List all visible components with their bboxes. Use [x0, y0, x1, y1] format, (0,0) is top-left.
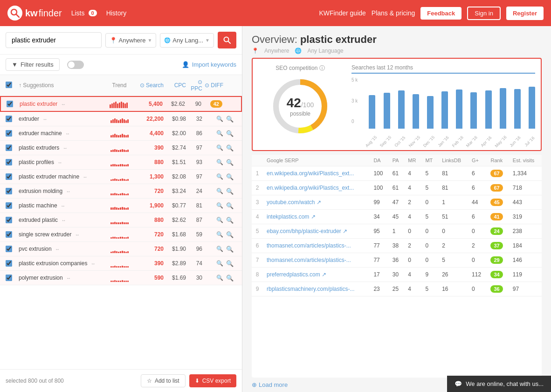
search-icon-small[interactable]: 🔍 — [216, 173, 223, 180]
search-kw-icon[interactable]: 🔍 — [226, 260, 234, 267]
search-icon-small[interactable]: 🔍 — [216, 202, 223, 209]
search-input[interactable] — [6, 32, 102, 48]
search-icon-small[interactable]: 🔍 — [216, 246, 223, 252]
keyword-row[interactable]: plastic machine ↔ 1,900 $0.77 81 🔍 🔍 — [0, 199, 242, 213]
search-kw-icon[interactable]: 🔍 — [226, 246, 234, 253]
search-kw-icon[interactable]: 🔍 — [226, 173, 234, 180]
serp-url-cell[interactable]: youtube.com/watch ↗ — [263, 195, 370, 210]
keyword-row[interactable]: plastic extruder machine ↔ 1,300 $2.08 9… — [0, 170, 242, 184]
keyword-row[interactable]: extrusion molding ↔ 720 $3.24 24 🔍 🔍 — [0, 184, 242, 199]
feedback-button[interactable]: Feedback — [420, 7, 461, 20]
serp-link[interactable]: en.wikipedia.org/wiki/Plastics_ext... — [267, 170, 354, 177]
serp-url-cell[interactable]: en.wikipedia.org/wiki/Plastics_ext... — [263, 181, 370, 195]
nav-history[interactable]: History — [106, 9, 127, 17]
search-kw-icon[interactable]: 🔍 — [226, 217, 234, 224]
action-cell[interactable]: 🔍 — [223, 159, 236, 166]
search-icon-small[interactable]: 🔍 — [216, 275, 223, 281]
serp-url-cell[interactable]: thomasnet.com/articles/plastics-... — [263, 239, 370, 253]
serp-url-cell[interactable]: en.wikipedia.org/wiki/Plastics_ext... — [263, 166, 370, 181]
keyword-checkbox[interactable] — [6, 231, 12, 238]
keyword-checkbox[interactable] — [6, 275, 12, 281]
action-cell[interactable]: 🔍 — [223, 231, 236, 238]
serp-link[interactable]: intekplastics.com ↗ — [267, 213, 316, 220]
nav-lists[interactable]: Lists 0 — [71, 9, 97, 17]
language-select[interactable]: 🌐 Any Lang... ▼ — [160, 33, 214, 48]
keyword-row[interactable]: pvc extrusion ↔ 720 $1.90 96 🔍 🔍 — [0, 242, 242, 256]
keyword-link[interactable]: plastic extruder — [20, 101, 57, 107]
search-kw-icon[interactable]: 🔍 — [226, 159, 234, 166]
keyword-checkbox[interactable] — [6, 159, 12, 165]
nav-plans[interactable]: Plans & pricing — [372, 9, 415, 17]
serp-link[interactable]: rbplasticsmachinery.com/plastics-... — [267, 286, 355, 292]
keyword-checkbox[interactable] — [6, 217, 12, 223]
select-all-checkbox[interactable] — [6, 82, 12, 88]
serp-link[interactable]: preferredplastics.com ↗ — [267, 271, 326, 278]
keyword-row[interactable]: polymer extrusion ↔ 590 $1.69 30 🔍 🔍 — [0, 271, 242, 285]
keyword-checkbox[interactable] — [6, 188, 12, 194]
search-kw-icon[interactable]: 🔍 — [226, 231, 234, 238]
keyword-row[interactable]: extruded plastic ↔ 880 $2.62 87 🔍 🔍 — [0, 213, 242, 227]
keyword-row[interactable]: plastic profiles ↔ 880 $1.51 93 🔍 🔍 — [0, 155, 242, 170]
serp-link[interactable]: thomasnet.com/articles/plastics-... — [267, 242, 351, 249]
search-icon-small[interactable]: 🔍 — [216, 260, 223, 267]
action-cell[interactable]: 🔍 — [223, 202, 236, 209]
action-cell[interactable]: 🔍 — [223, 188, 236, 195]
col-search-header[interactable]: ⊙ Search — [136, 82, 164, 89]
serp-link[interactable]: youtube.com/watch ↗ — [267, 199, 321, 206]
search-kw-icon[interactable]: 🔍 — [226, 202, 234, 209]
keyword-checkbox[interactable] — [6, 260, 12, 267]
serp-url-cell[interactable]: preferredplastics.com ↗ — [263, 268, 370, 282]
keyword-checkbox[interactable] — [6, 116, 12, 122]
action-cell[interactable]: 🔍 — [223, 275, 236, 282]
action-cell[interactable]: 🔍 — [223, 173, 236, 180]
keyword-row[interactable]: plastic extruder ↔ 5,400 $2.62 90 42 — [0, 96, 242, 112]
serp-link[interactable]: ebay.com/bhp/plastic-extruder ↗ — [267, 228, 347, 234]
keyword-checkbox[interactable] — [7, 101, 13, 107]
search-icon-small[interactable]: 🔍 — [216, 116, 223, 122]
location-select[interactable]: 📍 Anywhere ▼ — [105, 33, 157, 48]
filter-results-button[interactable]: ▼ Filter results — [6, 58, 60, 71]
search-icon-small[interactable]: 🔍 — [216, 144, 223, 151]
action-cell[interactable]: 🔍 — [223, 217, 236, 224]
action-cell[interactable]: 🔍 — [223, 246, 236, 253]
logo[interactable]: kwfinder — [7, 6, 62, 21]
search-icon-small[interactable]: 🔍 — [216, 217, 223, 223]
serp-url-cell[interactable]: intekplastics.com ↗ — [263, 210, 370, 224]
keyword-row[interactable]: plastic extrusion companies ↔ 390 $2.89 … — [0, 256, 242, 271]
search-kw-icon[interactable]: 🔍 — [226, 188, 234, 195]
action-cell[interactable]: 🔍 — [223, 116, 236, 123]
keyword-row[interactable]: single screw extruder ↔ 720 $1.68 59 🔍 🔍 — [0, 227, 242, 242]
serp-link[interactable]: thomasnet.com/articles/plastics-... — [267, 257, 351, 263]
serp-url-cell[interactable]: thomasnet.com/articles/plastics-... — [263, 253, 370, 268]
search-kw-icon[interactable]: 🔍 — [226, 130, 234, 137]
csv-export-button[interactable]: ⬇ CSV export — [189, 374, 236, 387]
serp-url-cell[interactable]: ebay.com/bhp/plastic-extruder ↗ — [263, 224, 370, 239]
keyword-checkbox[interactable] — [6, 246, 12, 252]
search-icon-small[interactable]: 🔍 — [216, 130, 223, 137]
keyword-checkbox[interactable] — [6, 202, 12, 209]
search-icon-small[interactable]: 🔍 — [216, 231, 223, 238]
filter-toggle[interactable] — [67, 61, 84, 69]
search-icon-small[interactable]: 🔍 — [216, 159, 223, 165]
keyword-checkbox[interactable] — [6, 144, 12, 151]
keyword-checkbox[interactable] — [6, 173, 12, 180]
signin-button[interactable]: Sign in — [467, 7, 501, 20]
add-to-list-button[interactable]: ☆ Add to list — [141, 374, 186, 387]
col-ppc-header[interactable]: ⊙ PPC — [186, 79, 202, 92]
action-cell[interactable]: 🔍 — [223, 260, 236, 267]
chat-widget[interactable]: 💬 We are online, chat with us... — [447, 376, 551, 392]
action-cell[interactable]: 🔍 — [223, 144, 236, 151]
nav-guide[interactable]: KWFinder guide — [319, 9, 365, 17]
keyword-row[interactable]: plastic extruders ↔ 390 $2.74 97 🔍 🔍 — [0, 141, 242, 155]
col-diff-header[interactable]: ⊙ DIFF — [202, 82, 223, 89]
keyword-checkbox[interactable] — [6, 130, 12, 137]
search-icon-small[interactable]: 🔍 — [216, 188, 223, 194]
serp-link[interactable]: en.wikipedia.org/wiki/Plastics_ext... — [267, 185, 354, 191]
import-keywords-button[interactable]: 👤 Import keywords — [182, 61, 236, 68]
search-button[interactable] — [218, 32, 236, 48]
search-kw-icon[interactable]: 🔍 — [226, 116, 234, 123]
keyword-row[interactable]: extruder machine ↔ 4,400 $2.00 86 🔍 🔍 — [0, 126, 242, 141]
action-cell[interactable]: 🔍 — [223, 130, 236, 137]
load-more-button[interactable]: ⊕ Load more — [252, 381, 288, 388]
search-kw-icon[interactable]: 🔍 — [226, 144, 234, 151]
